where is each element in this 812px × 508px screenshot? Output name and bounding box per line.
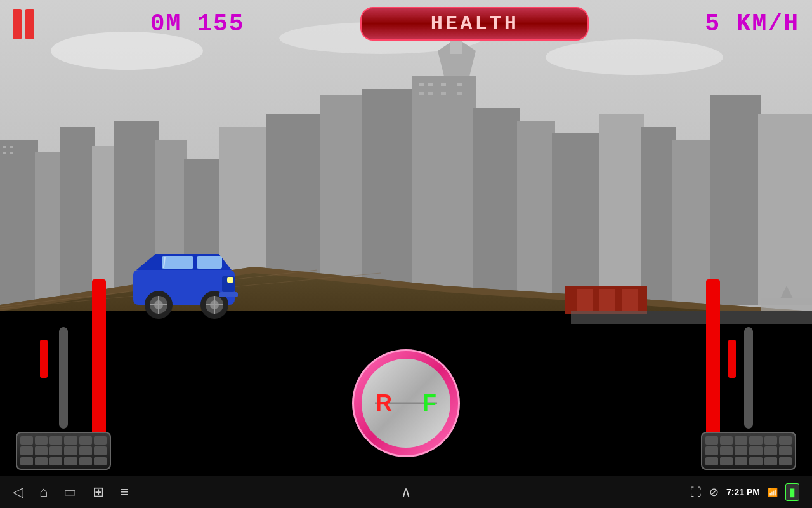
home-button[interactable]: ⌂: [39, 484, 48, 500]
status-bar: ⛶ ⊘ 7:21 PM 📶 ▮: [690, 483, 799, 501]
health-label: hEALTh: [431, 12, 519, 36]
back-button[interactable]: ◁: [13, 484, 23, 500]
left-pedal-area[interactable]: [0, 286, 127, 476]
health-bar: hEALTh: [360, 7, 589, 41]
svg-rect-24: [710, 95, 761, 305]
svg-rect-25: [758, 114, 812, 305]
pause-bar-left: [13, 9, 22, 39]
svg-rect-67: [219, 292, 238, 297]
grid-button[interactable]: ⊞: [93, 484, 104, 500]
fullscreen-icon: ⛶: [690, 486, 702, 499]
svg-rect-44: [577, 289, 593, 311]
hud: 0M 155 hEALTh 5 KM/H: [0, 0, 812, 48]
svg-rect-33: [457, 83, 462, 86]
pause-bar-right: [25, 9, 34, 39]
svg-rect-4: [0, 140, 38, 305]
svg-rect-21: [599, 114, 644, 305]
navigation-bar: ◁ ⌂ ▭ ⊞ ≡ ∧ ⛶ ⊘ 7:21 PM 📶 ▮: [0, 476, 812, 508]
pause-button[interactable]: [13, 9, 34, 39]
left-pedal[interactable]: [16, 432, 111, 470]
svg-rect-20: [552, 133, 603, 305]
speed-display: 5 KM/H: [705, 10, 799, 37]
right-slider-track[interactable]: [744, 327, 753, 429]
svg-rect-35: [428, 92, 433, 95]
svg-rect-5: [35, 152, 63, 305]
gear-outer-ring: R F: [352, 349, 460, 457]
game-area: 0M 155 hEALTh 5 KM/H: [0, 0, 812, 476]
menu-button[interactable]: ≡: [120, 484, 128, 500]
right-pedal-area[interactable]: [685, 286, 812, 476]
score-display: 0M 155: [150, 10, 245, 37]
gear-selector[interactable]: R F: [352, 349, 460, 457]
gear-reverse-label[interactable]: R: [376, 390, 392, 417]
svg-rect-13: [320, 95, 365, 305]
svg-rect-31: [428, 83, 433, 86]
svg-rect-15: [412, 76, 476, 305]
gear-forward-label[interactable]: F: [422, 390, 436, 417]
svg-rect-19: [517, 121, 555, 305]
battery-icon: ▮: [785, 483, 799, 501]
recent-apps-button[interactable]: ▭: [63, 484, 77, 500]
svg-rect-32: [441, 83, 446, 86]
svg-rect-28: [3, 152, 6, 154]
svg-rect-66: [227, 277, 233, 283]
svg-rect-36: [441, 92, 446, 95]
clock: 7:21 PM: [726, 487, 760, 497]
svg-rect-27: [10, 146, 13, 148]
nav-center-button: ∧: [401, 484, 411, 500]
svg-rect-52: [162, 256, 193, 269]
gear-inner: R F: [362, 359, 450, 448]
left-slider-handle: [40, 340, 48, 378]
svg-rect-37: [457, 92, 462, 95]
svg-rect-22: [641, 127, 676, 305]
svg-rect-18: [473, 108, 520, 305]
left-slider-track[interactable]: [59, 327, 68, 429]
svg-rect-34: [419, 92, 424, 95]
svg-rect-30: [419, 83, 424, 86]
player-car: [121, 244, 247, 321]
svg-rect-45: [599, 289, 615, 311]
svg-rect-46: [622, 289, 638, 311]
svg-rect-29: [10, 152, 13, 154]
signal-strength-icon: 📶: [768, 488, 778, 497]
svg-rect-6: [60, 127, 95, 305]
svg-rect-53: [197, 256, 222, 269]
scroll-up-button[interactable]: ∧: [401, 484, 411, 500]
nav-left-buttons: ◁ ⌂ ▭ ⊞ ≡: [13, 484, 128, 500]
svg-rect-14: [362, 89, 416, 305]
signal-blocked-icon: ⊘: [709, 485, 719, 499]
svg-rect-26: [3, 146, 6, 148]
right-pedal[interactable]: [701, 432, 796, 470]
right-slider-handle: [728, 340, 736, 378]
